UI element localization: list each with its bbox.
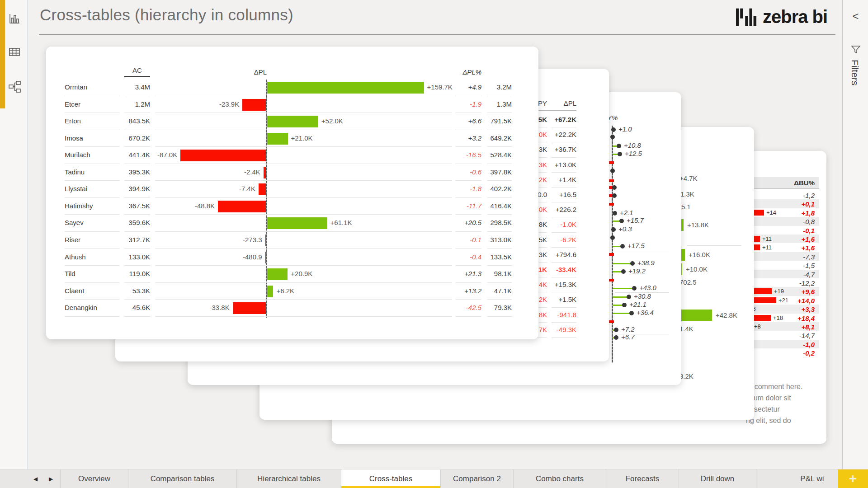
value-label: 1.4K: [679, 325, 693, 333]
variance-pct-value: -0.1: [448, 236, 481, 244]
row-category-label: Tadinu: [65, 168, 85, 176]
hierarchy-nav-icon[interactable]: [8, 80, 21, 93]
pin-value: +36.4: [637, 309, 654, 316]
variance-bar-value: +14: [766, 209, 776, 216]
ac-value: 45.6K: [100, 304, 150, 311]
variance-bar-value: +61.1K: [330, 219, 352, 226]
pin-value: +17.5: [627, 242, 645, 249]
column-header-dpl: ΔPL: [218, 68, 267, 76]
variance-bar-value: +21: [778, 297, 788, 304]
header-divider: [39, 34, 835, 35]
py-value: 3.2M: [484, 83, 512, 91]
collapse-panel-chevron[interactable]: <: [843, 10, 868, 23]
row-category-label: Athush: [65, 253, 86, 261]
variance-bar: [267, 268, 288, 280]
ac-value: 359.6K: [100, 219, 150, 226]
py-value: 397.8K: [484, 168, 512, 176]
ac-value: 133.0K: [100, 253, 150, 261]
row-separator: [615, 292, 669, 293]
pin-value: +43.0: [639, 284, 656, 291]
pin-dot: [627, 295, 631, 299]
variance-bar-value: -480.9: [243, 253, 262, 261]
pin-value: +30.8: [634, 292, 651, 300]
comment-text-line: ur comment here.: [746, 383, 802, 391]
cross-table-visual-card[interactable]: AC ΔPL ΔPL% Ormtan3.4M+159.7K+4.93.2MEtc…: [46, 47, 538, 339]
variance-pct-value: +21.3: [448, 270, 481, 277]
variance-bar-value: -23.9K: [219, 100, 239, 108]
variance-bar: [267, 217, 327, 229]
py-value: 313.0K: [484, 236, 512, 244]
pin-value: +38.9: [637, 259, 655, 267]
filter-icon[interactable]: [850, 44, 861, 55]
dpl-value: -49.3K: [545, 326, 576, 333]
dpl-value: -1.0K: [545, 221, 576, 228]
variance-bar-value: +21.0K: [291, 134, 313, 142]
page-tab-hierarchical-tables[interactable]: Hierarchical tables: [236, 469, 341, 488]
variance-bar-value: +52.0K: [321, 117, 343, 125]
page-tab-comparison-tables[interactable]: Comparison tables: [128, 469, 236, 488]
pin-dot: [617, 144, 621, 148]
page-tab-combo-charts[interactable]: Combo charts: [513, 469, 606, 488]
variance-bar-value: +19: [774, 288, 784, 295]
zebra-bi-logo: zebra bi: [736, 7, 827, 27]
pin-dot: [621, 269, 626, 274]
pin-dot: [629, 311, 634, 315]
py-value: 791.5K: [484, 117, 512, 125]
row-separator: [615, 334, 669, 334]
page-tab-forecasts[interactable]: Forecasts: [606, 469, 679, 488]
row-separator: [65, 316, 120, 317]
variance-bar: [267, 116, 318, 127]
table-row: Etcer1.2M-23.9K-1.91.3M: [46, 96, 538, 113]
pin-dot: [614, 335, 618, 340]
bu-pct-value: +8,1: [801, 323, 815, 331]
variance-bar: [242, 99, 266, 111]
variance-bar-value: +13.8K: [687, 221, 709, 229]
bar-chart-nav-icon[interactable]: [8, 12, 21, 25]
page-tab-drill-down[interactable]: Drill down: [679, 469, 756, 488]
py-value: 79.3K: [484, 304, 512, 311]
power-bi-report-window: Cross-tables (hierarchy in columns) zebr…: [0, 0, 868, 488]
pin-dot: [620, 244, 625, 249]
py-value: 528.4K: [484, 151, 512, 159]
pin-dot: [630, 261, 635, 266]
pin-value: +21.1: [629, 300, 646, 308]
bu-pct-value: -12,2: [799, 279, 815, 287]
page-tab-comparison-2[interactable]: Comparison 2: [440, 469, 513, 488]
dpl-value: +22.2K: [545, 131, 576, 138]
bu-pct-value: -1,5: [803, 262, 815, 269]
row-separator: [687, 245, 741, 246]
dpl-value: +1.5K: [545, 296, 576, 303]
dpl-value: -33.4K: [545, 266, 576, 273]
bu-pct-value: -7,3: [803, 253, 815, 261]
variance-bar: [233, 302, 266, 314]
row-category-label: Murilach: [65, 151, 90, 159]
pin-value: +19.2: [628, 267, 646, 275]
table-nav-icon[interactable]: [8, 45, 21, 59]
bu-pct-value: +3,3: [801, 305, 815, 313]
negative-tick: [609, 179, 614, 182]
variance-bar-value: +6.2K: [276, 287, 294, 295]
row-category-label: Sayev: [65, 219, 84, 226]
row-category-label: Tild: [65, 270, 75, 277]
pin-value: +1.0: [618, 125, 632, 133]
column-header-ac: AC: [124, 66, 150, 77]
dpl-value: +15.3K: [545, 281, 576, 288]
py-value: 649.2K: [484, 134, 512, 142]
row-separator: [615, 209, 669, 209]
ac-value: 312.7K: [100, 236, 150, 244]
next-page-arrow[interactable]: ▶: [49, 469, 53, 488]
ac-value: 395.3K: [100, 168, 150, 176]
bu-pct-value: -4,7: [803, 271, 815, 278]
page-tab-cross-tables[interactable]: Cross-tables: [341, 469, 440, 488]
left-nav-sidebar: [0, 0, 28, 469]
pin-dot: [611, 127, 616, 132]
filters-panel[interactable]: < Filters: [842, 0, 868, 469]
bu-pct-value: -1,0: [803, 341, 815, 348]
row-category-label: Hatimshy: [65, 202, 93, 210]
variance-pct-value: +13.2: [448, 287, 481, 295]
prev-page-arrow[interactable]: ◀: [33, 469, 38, 488]
table-row: Tadinu395.3K-2.4K-0.6397.8K: [46, 164, 538, 181]
variance-bar-value: +42.8K: [716, 311, 737, 319]
page-tab-overview[interactable]: Overview: [60, 469, 128, 488]
add-page-button[interactable]: +: [838, 469, 868, 488]
